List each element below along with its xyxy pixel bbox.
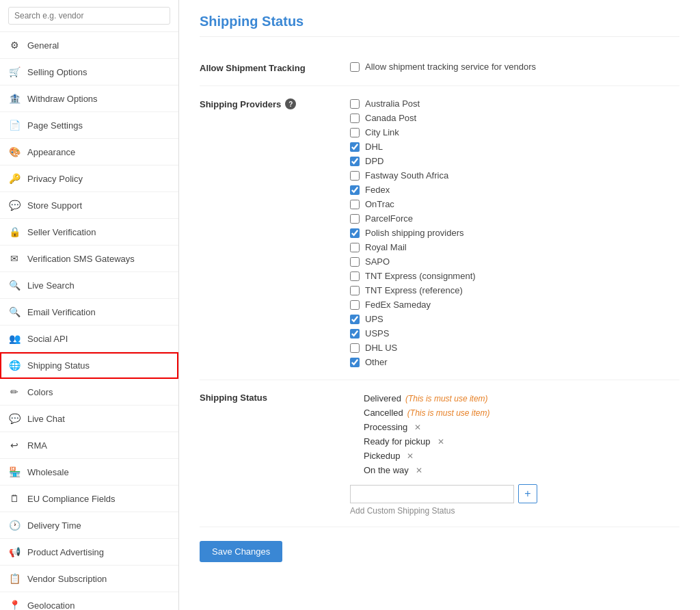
provider-name: DPD <box>365 156 383 166</box>
provider-checkbox-canada-post[interactable] <box>350 114 360 123</box>
sidebar-item-shipping-status[interactable]: 🌐Shipping Status <box>0 352 178 379</box>
privacy-icon: 🔑 <box>8 172 21 185</box>
sms-icon: ✉ <box>8 252 21 265</box>
page-title: Shipping Status <box>200 14 679 37</box>
sidebar-search-input[interactable] <box>8 7 170 25</box>
rma-icon: ↩ <box>8 439 21 451</box>
sidebar-item-colors[interactable]: ✏Colors <box>0 379 178 406</box>
save-button[interactable]: Save Changes <box>200 541 282 562</box>
provider-checkbox-australia-post[interactable] <box>350 99 360 109</box>
provider-name: City Link <box>365 127 399 137</box>
allow-shipment-tracking-checkbox-label[interactable]: Allow shipment tracking service for vend… <box>350 62 679 72</box>
provider-name: Polish shipping providers <box>365 228 464 238</box>
allow-shipment-tracking-text: Allow shipment tracking service for vend… <box>365 62 536 72</box>
sidebar-item-email-verification[interactable]: 🔍Email Verification <box>0 299 178 326</box>
sidebar-item-wholesale[interactable]: 🏪Wholesale <box>0 459 178 486</box>
provider-item: TNT Express (consignment) <box>350 269 679 282</box>
provider-item: ParcelForce <box>350 212 679 225</box>
sidebar-item-vendor-subscription[interactable]: 📋Vendor Subscription <box>0 566 178 592</box>
sidebar-item-live-chat[interactable]: 💬Live Chat <box>0 406 178 432</box>
status-must-use-text: (This is must use item) <box>405 394 488 403</box>
sidebar-item-live-search[interactable]: 🔍Live Search <box>0 272 178 299</box>
status-list-item: Ready for pickup✕ <box>364 434 679 449</box>
provider-name: Australia Post <box>365 98 420 109</box>
sidebar-item-label: Product Advertising <box>27 547 104 557</box>
sidebar: ⚙General🛒Selling Options🏦Withdraw Option… <box>0 0 179 610</box>
provider-checkbox-parcelforce[interactable] <box>350 214 360 224</box>
provider-name: Canada Post <box>365 113 416 123</box>
provider-checkbox-ups[interactable] <box>350 315 360 324</box>
custom-status-row: + <box>350 484 679 503</box>
advertising-icon: 📢 <box>8 546 21 558</box>
status-list-item: Pickedup✕ <box>364 449 679 463</box>
status-remove-button[interactable]: ✕ <box>438 437 444 447</box>
provider-item: USPS <box>350 327 679 340</box>
provider-checkbox-polish-shipping-providers[interactable] <box>350 228 360 238</box>
provider-checkbox-fedex[interactable] <box>350 185 360 195</box>
social-icon: 👥 <box>8 332 21 345</box>
status-list: Delivered (This is must use item)Cancell… <box>350 391 679 477</box>
provider-name: ParcelForce <box>365 213 413 224</box>
sidebar-item-label: Email Verification <box>27 307 96 317</box>
status-remove-button[interactable]: ✕ <box>416 466 422 475</box>
provider-checkbox-dpd[interactable] <box>350 157 360 166</box>
shipping-status-row: Shipping Status Delivered (This is must … <box>200 380 679 527</box>
provider-checkbox-ontrac[interactable] <box>350 200 360 209</box>
add-status-button[interactable]: + <box>518 484 537 503</box>
provider-checkbox-tnt-express-(reference)[interactable] <box>350 286 360 295</box>
status-remove-button[interactable]: ✕ <box>414 423 421 432</box>
sidebar-item-appearance[interactable]: 🎨Appearance <box>0 139 178 165</box>
status-must-use-text: (This is must use item) <box>407 408 490 418</box>
provider-name: Other <box>365 357 388 367</box>
provider-name: DHL <box>365 142 383 152</box>
provider-checkbox-dhl[interactable] <box>350 142 360 152</box>
provider-item: TNT Express (reference) <box>350 284 679 297</box>
sidebar-item-verification-sms[interactable]: ✉Verification SMS Gateways <box>0 246 178 272</box>
status-name: Delivered <box>364 393 401 403</box>
provider-checkbox-other[interactable] <box>350 358 360 367</box>
shipping-providers-content: Australia PostCanada PostCity LinkDHLDPD… <box>350 97 679 369</box>
colors-icon: ✏ <box>8 386 21 398</box>
provider-item: OnTrac <box>350 198 679 211</box>
allow-shipment-tracking-checkbox[interactable] <box>350 62 360 72</box>
main-content: Shipping Status Allow Shipment Tracking … <box>179 0 700 610</box>
provider-checkbox-dhl-us[interactable] <box>350 343 360 353</box>
shipping-providers-help-icon[interactable]: ? <box>285 98 296 109</box>
sidebar-item-withdraw-options[interactable]: 🏦Withdraw Options <box>0 85 178 112</box>
page-icon: 📄 <box>8 119 21 131</box>
allow-shipment-tracking-content: Allow shipment tracking service for vend… <box>350 62 679 75</box>
provider-checkbox-royal-mail[interactable] <box>350 243 360 252</box>
store-icon: 💬 <box>8 199 21 211</box>
sidebar-item-store-support[interactable]: 💬Store Support <box>0 192 178 219</box>
sidebar-item-general[interactable]: ⚙General <box>0 32 178 59</box>
sidebar-item-page-settings[interactable]: 📄Page Settings <box>0 112 178 139</box>
sidebar-item-seller-verification[interactable]: 🔒Seller Verification <box>0 219 178 246</box>
sidebar-item-rma[interactable]: ↩RMA <box>0 432 178 459</box>
sidebar-item-product-advertising[interactable]: 📢Product Advertising <box>0 539 178 566</box>
sidebar-item-label: Wholesale <box>27 467 69 477</box>
sidebar-item-geolocation[interactable]: 📍Geolocation <box>0 592 178 610</box>
provider-checkbox-tnt-express-(consignment)[interactable] <box>350 271 360 281</box>
sidebar-item-eu-compliance[interactable]: 🗒EU Compliance Fields <box>0 486 178 512</box>
sidebar-item-label: Withdraw Options <box>27 94 98 104</box>
status-name: Cancelled <box>364 408 403 418</box>
provider-name: Fedex <box>365 185 390 195</box>
provider-name: FedEx Sameday <box>365 300 431 310</box>
provider-checkbox-usps[interactable] <box>350 329 360 339</box>
sidebar-item-delivery-time[interactable]: 🕐Delivery Time <box>0 512 178 539</box>
provider-checkbox-fastway-south-africa[interactable] <box>350 171 360 181</box>
sidebar-search-container <box>0 0 178 32</box>
wholesale-icon: 🏪 <box>8 466 21 478</box>
delivery-icon: 🕐 <box>8 519 21 531</box>
provider-checkbox-city-link[interactable] <box>350 128 360 137</box>
provider-checkbox-fedex-sameday[interactable] <box>350 300 360 310</box>
provider-item: City Link <box>350 126 679 139</box>
provider-checkbox-sapo[interactable] <box>350 257 360 267</box>
provider-item: Other <box>350 356 679 369</box>
sidebar-item-selling-options[interactable]: 🛒Selling Options <box>0 59 178 85</box>
shipping-providers-row: Shipping Providers ? Australia PostCanad… <box>200 86 679 380</box>
custom-status-input[interactable] <box>350 485 514 503</box>
sidebar-item-social-api[interactable]: 👥Social API <box>0 326 178 352</box>
sidebar-item-privacy-policy[interactable]: 🔑Privacy Policy <box>0 165 178 192</box>
status-remove-button[interactable]: ✕ <box>407 451 414 461</box>
